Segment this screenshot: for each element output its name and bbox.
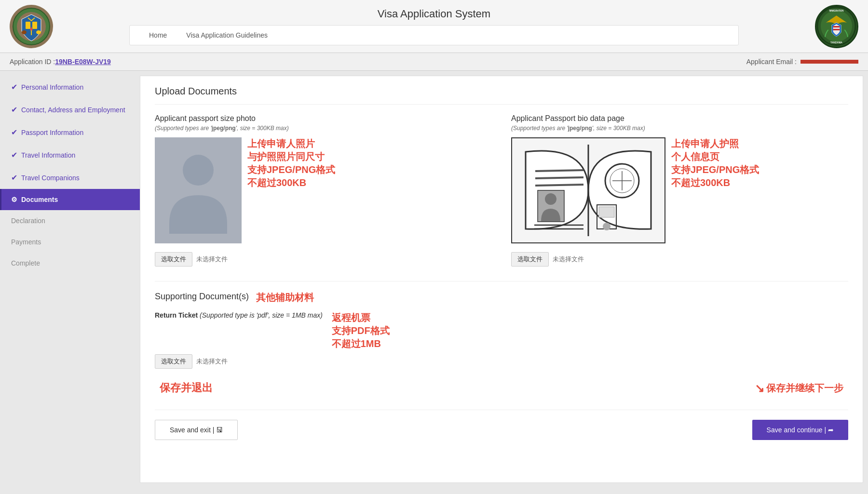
svg-rect-3 [32,22,37,29]
main-content: Upload Documents Applicant passport size… [140,76,863,483]
passport-bio-hint: (Supported types are 'jpeg/png', size = … [511,125,848,132]
sidebar-item-personal-info[interactable]: ✔ Personal Information [0,76,140,98]
passport-photo-file-btn[interactable]: 选取文件 [155,252,192,267]
sidebar-item-documents[interactable]: ⚙ Documents [0,189,140,210]
sidebar-label-contact: Contact, Address and Employment [21,106,125,114]
check-icon-companions: ✔ [11,173,17,182]
main-nav: Home Visa Application Guidelines [129,25,739,45]
bottom-actions: Save and exit | 🖫 Save and continue | ➦ [155,410,848,440]
check-icon-travel: ✔ [11,150,17,160]
svg-line-17 [535,177,583,178]
passport-photo-file-name: 未选择文件 [196,255,228,264]
header-center: Visa Application System Home Visa Applic… [53,8,815,45]
supporting-annotation-title: 其他辅助材料 [256,291,314,304]
upload-row: Applicant passport size photo (Supported… [155,114,848,267]
svg-rect-26 [599,207,614,217]
return-ticket-label: Return Ticket (Supported type is 'pdf', … [155,311,848,350]
return-ticket-file-row: 选取文件 未选择文件 [155,354,848,369]
save-continue-annotation: 保存并继续下一步 [766,382,843,395]
svg-point-20 [545,193,556,205]
return-ticket-strong: Return Ticket [155,311,198,319]
bio-annotation: 上传申请人护照个人信息页支持JPEG/PNG格式不超过300KB [671,137,759,189]
sidebar-label-documents: Documents [21,196,58,203]
app-email-label: Applicant Email : [746,58,797,66]
return-ticket-hint: (Supported type is 'pdf', size = 1MB max… [200,311,323,319]
photo-annotation: 上传申请人照片与护照照片同尺寸支持JPEG/PNG格式不超过300KB [247,137,335,189]
svg-point-14 [183,155,214,186]
immigration-logo: TANZANIA IMMIGRATION [815,5,858,48]
passport-bio-file-name: 未选择文件 [553,255,584,264]
check-icon-passport: ✔ [11,128,17,137]
passport-bio-placeholder [511,137,665,243]
svg-rect-2 [26,22,30,29]
sidebar-item-travel[interactable]: ✔ Travel Information [0,144,140,166]
sidebar: ✔ Personal Information ✔ Contact, Addres… [0,71,140,488]
check-icon-contact: ✔ [11,105,17,114]
svg-text:TANZANIA: TANZANIA [830,41,842,44]
return-ticket-annotation: 返程机票支持PDF格式不超过1MB [332,311,390,350]
svg-line-16 [535,170,583,171]
svg-point-27 [603,223,610,230]
nav-guidelines[interactable]: Visa Application Guidelines [176,26,277,45]
app-id-label: Application ID : [10,58,55,66]
nav-home[interactable]: Home [139,26,176,45]
passport-photo-hint: (Supported types are 'jpeg/png', size = … [155,125,492,132]
application-bar: Application ID : 19NB-E08W-JV19 Applican… [0,53,868,71]
save-exit-button[interactable]: Save and exit | 🖫 [155,420,238,440]
sidebar-label-companions: Travel Companions [21,174,80,182]
sidebar-item-payments[interactable]: Payments [0,231,140,253]
return-ticket-row: Return Ticket (Supported type is 'pdf', … [155,311,848,369]
sidebar-item-declaration[interactable]: Declaration [0,210,140,231]
return-ticket-file-name: 未选择文件 [196,357,228,366]
save-continue-button[interactable]: Save and continue | ➦ [752,420,848,440]
passport-bio-title: Applicant Passport bio data page [511,114,848,123]
sidebar-label-payments: Payments [11,238,41,246]
gear-icon-documents: ⚙ [11,196,17,203]
passport-photo-placeholder [155,137,242,243]
app-email-section: Applicant Email : [746,58,858,66]
svg-point-6 [22,30,27,34]
sidebar-item-contact[interactable]: ✔ Contact, Address and Employment [0,98,140,121]
header: Visa Application System Home Visa Applic… [0,0,868,53]
app-id-value[interactable]: 19NB-E08W-JV19 [55,58,111,66]
passport-photo-file-row: 选取文件 未选择文件 [155,252,492,267]
sidebar-label-travel: Travel Information [21,151,75,159]
supporting-title: Supporting Document(s) [155,292,249,302]
app-title: Visa Application System [378,8,490,20]
passport-photo-title: Applicant passport size photo [155,114,492,123]
main-layout: ✔ Personal Information ✔ Contact, Addres… [0,71,868,488]
passport-bio-section: Applicant Passport bio data page (Suppor… [511,114,848,267]
passport-book-svg [516,142,661,239]
page-title: Upload Documents [155,86,848,105]
return-ticket-file-btn[interactable]: 选取文件 [155,354,192,369]
sidebar-label-personal: Personal Information [21,83,83,91]
sidebar-label-complete: Complete [11,259,40,267]
person-silhouette [164,147,232,234]
sidebar-item-complete[interactable]: Complete [0,253,140,274]
supporting-section: Supporting Document(s) 其他辅助材料 Return Tic… [155,281,848,369]
sidebar-label-passport: Passport Information [21,129,83,136]
sidebar-label-declaration: Declaration [11,217,45,225]
passport-bio-file-btn[interactable]: 选取文件 [511,252,549,267]
passport-photo-section: Applicant passport size photo (Supported… [155,114,492,267]
svg-text:IMMIGRATION: IMMIGRATION [829,10,844,12]
coat-of-arms-logo [10,5,53,48]
svg-line-18 [535,185,583,186]
passport-bio-file-row: 选取文件 未选择文件 [511,252,848,267]
save-exit-annotation: 保存并退出 [160,381,213,395]
svg-rect-10 [833,26,840,27]
sidebar-item-passport[interactable]: ✔ Passport Information [0,121,140,144]
svg-point-7 [36,30,41,34]
check-icon-personal: ✔ [11,82,17,92]
svg-rect-11 [833,29,840,30]
app-email-value [800,60,858,64]
sidebar-item-companions[interactable]: ✔ Travel Companions [0,166,140,189]
